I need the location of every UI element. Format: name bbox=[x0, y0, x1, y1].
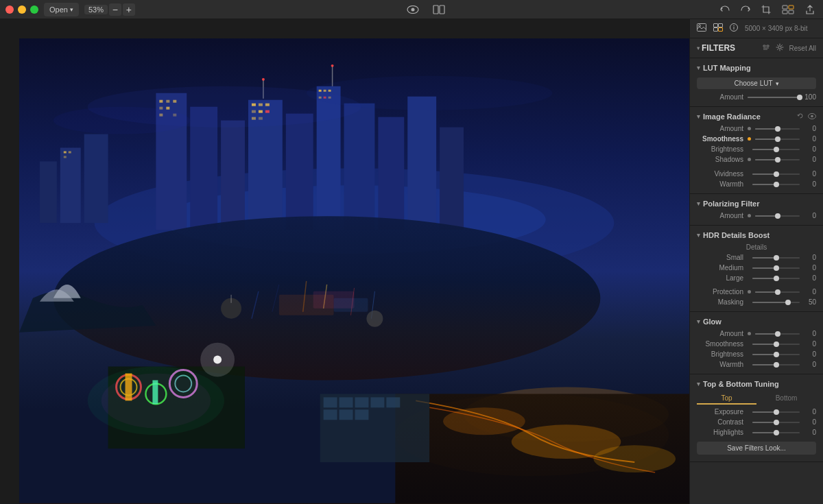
radiance-eye-icon[interactable] bbox=[808, 112, 816, 121]
lut-mapping-header[interactable]: ▾ LUT Mapping bbox=[690, 62, 823, 75]
fullscreen-button[interactable] bbox=[30, 5, 38, 14]
glow-amount-thumb[interactable] bbox=[775, 331, 780, 337]
radiance-amount-track[interactable] bbox=[755, 128, 800, 130]
hdr-medium-thumb[interactable] bbox=[774, 265, 779, 271]
export-button[interactable] bbox=[802, 3, 818, 16]
canvas-area[interactable] bbox=[0, 19, 689, 504]
svg-rect-73 bbox=[386, 397, 400, 407]
svg-point-88 bbox=[262, 78, 265, 81]
settings-icon[interactable] bbox=[776, 42, 784, 54]
hdr-small-thumb[interactable] bbox=[774, 255, 779, 261]
hdr-large-track[interactable] bbox=[752, 278, 800, 279]
template-icon[interactable] bbox=[762, 42, 770, 54]
radiance-brightness-track[interactable] bbox=[752, 149, 800, 150]
radiance-warmth-thumb[interactable] bbox=[774, 182, 779, 187]
collapse-arrow: ▾ bbox=[697, 64, 700, 71]
image-icon[interactable] bbox=[697, 23, 706, 34]
glow-amount-track[interactable] bbox=[755, 333, 800, 335]
compare-icon-button[interactable] bbox=[430, 3, 448, 16]
amount-slider-track[interactable] bbox=[748, 97, 800, 98]
close-button[interactable] bbox=[5, 5, 14, 14]
section-lut-mapping: ▾ LUT Mapping Choose LUT ▾ Amount 100 bbox=[690, 58, 823, 107]
svg-rect-11 bbox=[40, 161, 57, 223]
glow-warmth-thumb[interactable] bbox=[774, 362, 779, 368]
hdr-large-row: Large 0 bbox=[690, 273, 823, 283]
glow-brightness-track[interactable] bbox=[752, 354, 800, 355]
tab-top[interactable]: Top bbox=[697, 393, 756, 405]
hdr-medium-track[interactable] bbox=[752, 267, 800, 269]
tb-highlights-track[interactable] bbox=[752, 432, 800, 433]
layers-button[interactable] bbox=[779, 3, 797, 16]
glow-warmth-value: 0 bbox=[804, 361, 816, 368]
reset-all-button[interactable]: Reset All bbox=[789, 45, 816, 52]
zoom-minus-button[interactable]: − bbox=[109, 3, 121, 16]
glow-header[interactable]: ▾ Glow bbox=[690, 316, 823, 328]
glow-smoothness-thumb[interactable] bbox=[774, 341, 779, 347]
svg-point-63 bbox=[102, 373, 211, 428]
radiance-amount-thumb[interactable] bbox=[775, 126, 780, 132]
layers-panel-icon[interactable] bbox=[713, 23, 723, 34]
radiance-smoothness-track[interactable] bbox=[755, 139, 800, 140]
svg-rect-5 bbox=[789, 5, 794, 9]
svg-rect-70 bbox=[339, 397, 353, 407]
hdr-masking-track[interactable] bbox=[752, 302, 800, 303]
radiance-vividness-thumb[interactable] bbox=[774, 171, 779, 177]
eye-icon-button[interactable] bbox=[404, 4, 422, 15]
filters-title: ▾ FILTERS bbox=[697, 43, 735, 53]
filters-scroll[interactable]: ▾ LUT Mapping Choose LUT ▾ Amount 100 bbox=[690, 58, 823, 504]
hdr-protection-track[interactable] bbox=[755, 291, 800, 293]
svg-rect-24 bbox=[378, 117, 404, 230]
radiance-warmth-track[interactable] bbox=[752, 184, 800, 185]
tb-highlights-thumb[interactable] bbox=[774, 430, 779, 435]
hdr-medium-label: Medium bbox=[697, 264, 743, 272]
open-button[interactable]: Open ▾ bbox=[44, 3, 79, 16]
radiance-brightness-row: Brightness 0 bbox=[690, 144, 823, 154]
filters-title-text: FILTERS bbox=[702, 43, 735, 53]
svg-rect-19 bbox=[221, 121, 245, 230]
glow-brightness-thumb[interactable] bbox=[774, 352, 779, 357]
radiance-amount-dot bbox=[748, 127, 751, 130]
radiance-vividness-track[interactable] bbox=[752, 173, 800, 175]
polarizing-amount-thumb[interactable] bbox=[775, 213, 780, 219]
crop-button[interactable] bbox=[759, 3, 774, 16]
tb-exposure-thumb[interactable] bbox=[774, 409, 779, 415]
polarizing-amount-track[interactable] bbox=[755, 215, 800, 217]
glow-smoothness-track[interactable] bbox=[752, 344, 800, 345]
undo-button[interactable] bbox=[717, 3, 732, 16]
polarizing-header[interactable]: ▾ Polarizing Filter bbox=[690, 198, 823, 211]
hdr-large-thumb[interactable] bbox=[774, 276, 779, 281]
radiance-shadows-track[interactable] bbox=[755, 159, 800, 160]
tb-contrast-track[interactable] bbox=[752, 422, 800, 423]
glow-warmth-track[interactable] bbox=[752, 364, 800, 365]
glow-brightness-row: Brightness 0 bbox=[690, 349, 823, 359]
radiance-smoothness-thumb[interactable] bbox=[775, 136, 780, 142]
image-radiance-header[interactable]: ▾ Image Radiance bbox=[690, 111, 823, 123]
glow-brightness-label: Brightness bbox=[697, 350, 743, 358]
svg-rect-100 bbox=[719, 28, 723, 32]
radiance-shadows-thumb[interactable] bbox=[775, 157, 780, 163]
tb-exposure-row: Exposure 0 bbox=[690, 407, 823, 417]
section-polarizing: ▾ Polarizing Filter Amount 0 bbox=[690, 194, 823, 226]
tb-exposure-track[interactable] bbox=[752, 411, 800, 413]
svg-point-94 bbox=[53, 107, 190, 134]
zoom-plus-button[interactable]: + bbox=[123, 3, 135, 16]
amount-slider-thumb[interactable] bbox=[797, 95, 802, 100]
svg-point-104 bbox=[778, 46, 781, 49]
hdr-masking-row: Masking 50 bbox=[690, 297, 823, 307]
tb-highlights-value: 0 bbox=[804, 429, 816, 436]
radiance-reset-icon[interactable] bbox=[797, 112, 804, 121]
info-icon[interactable] bbox=[730, 23, 738, 34]
hdr-small-track[interactable] bbox=[752, 257, 800, 259]
redo-button[interactable] bbox=[738, 3, 753, 16]
hdr-protection-thumb[interactable] bbox=[775, 289, 780, 295]
hdr-masking-thumb[interactable] bbox=[785, 300, 791, 305]
choose-lut-button[interactable]: Choose LUT ▾ bbox=[697, 77, 816, 89]
top-bottom-header[interactable]: ▾ Top & Bottom Tuning bbox=[690, 379, 823, 391]
tab-bottom[interactable]: Bottom bbox=[756, 393, 816, 405]
tb-contrast-thumb[interactable] bbox=[774, 420, 779, 425]
radiance-brightness-thumb[interactable] bbox=[774, 147, 779, 152]
minimize-button[interactable] bbox=[18, 5, 26, 14]
hdr-header[interactable]: ▾ HDR Details Boost bbox=[690, 230, 823, 242]
save-filters-button[interactable]: Save Filters Look... bbox=[697, 442, 816, 455]
glow-smoothness-row: Smoothness 0 bbox=[690, 339, 823, 349]
